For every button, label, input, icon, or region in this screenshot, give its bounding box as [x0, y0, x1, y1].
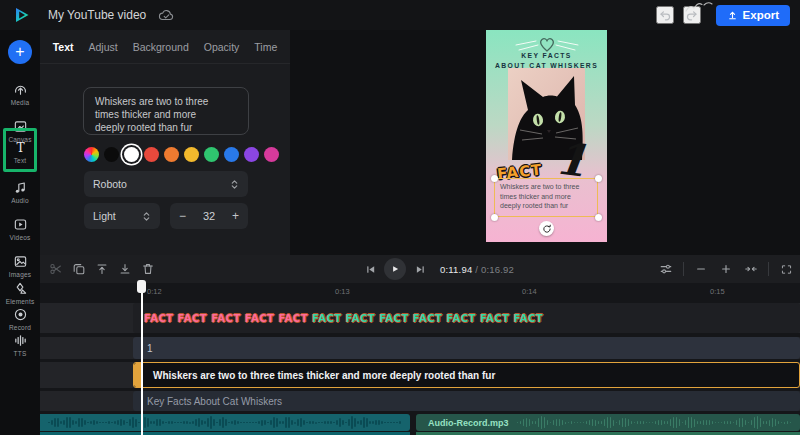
color-swatch[interactable]	[164, 147, 179, 162]
clip-number-text[interactable]: 1	[133, 337, 800, 359]
color-swatch[interactable]	[224, 147, 239, 162]
waveform-bar	[360, 420, 362, 425]
clip-title-text[interactable]: Key Facts About Cat Whiskers	[133, 391, 800, 411]
minus-icon	[695, 263, 707, 275]
font-size-decrease-button[interactable]: −	[179, 209, 186, 223]
waveform-bar	[384, 422, 386, 424]
waveform-bar	[604, 419, 606, 427]
timeline-ruler[interactable]: 0:12 0:13 0:14 0:15	[40, 283, 800, 301]
waveform-bar	[252, 422, 254, 424]
color-swatch[interactable]	[124, 147, 139, 162]
waveform-bar	[354, 418, 356, 427]
split-button[interactable]	[48, 261, 64, 277]
playhead-handle[interactable]	[137, 280, 146, 293]
color-swatch[interactable]	[184, 147, 199, 162]
color-swatch[interactable]	[244, 147, 259, 162]
font-size-increase-button[interactable]: +	[232, 209, 239, 223]
transport-controls: 0:11.94 / 0:16.92	[362, 255, 514, 283]
move-up-button[interactable]	[94, 261, 110, 277]
fullscreen-button[interactable]	[778, 261, 794, 277]
font-select[interactable]: Roboto	[84, 171, 248, 197]
text-content-input[interactable]: Whiskers are two to three times thicker …	[83, 87, 249, 135]
waveform-bar	[517, 422, 519, 424]
preview-title-line1: KEY FACTS	[486, 52, 607, 59]
sidebar-item-media[interactable]: Media	[0, 82, 40, 106]
waveform-bar	[357, 421, 359, 423]
sidebar-item-record[interactable]: Record	[0, 307, 40, 331]
waveform-bar	[279, 421, 281, 424]
tab-time[interactable]: Time	[254, 41, 277, 53]
music-note-icon	[13, 180, 28, 195]
resize-handle-top-left[interactable]	[491, 175, 498, 182]
text-selection-box[interactable]: Whiskers are two to three times thicker …	[494, 178, 598, 217]
tab-adjust[interactable]: Adjust	[89, 41, 118, 53]
waveform-bar	[754, 417, 756, 427]
zoom-in-button[interactable]	[718, 261, 734, 277]
waveform-bar	[399, 421, 401, 423]
project-title[interactable]: My YouTube video	[48, 8, 146, 22]
top-bar: My YouTube video Export	[0, 0, 800, 30]
play-icon	[390, 264, 400, 274]
text-properties-panel: Text Adjust Background Opacity Time Whis…	[40, 30, 290, 255]
waveform-bar	[231, 421, 233, 424]
resize-handle-bottom-right[interactable]	[595, 214, 602, 221]
tab-background[interactable]: Background	[133, 41, 189, 53]
color-swatch[interactable]	[144, 147, 159, 162]
add-media-button[interactable]: +	[8, 40, 32, 64]
audio-waveform	[48, 414, 410, 431]
waveform-bar	[144, 417, 146, 429]
waveform-bar	[135, 419, 137, 427]
export-button[interactable]: Export	[716, 5, 790, 26]
sidebar-item-images[interactable]: Images	[0, 254, 40, 278]
tab-opacity[interactable]: Opacity	[204, 41, 240, 53]
waveform-bar	[637, 421, 639, 424]
waveform-bar	[577, 422, 579, 424]
delete-button[interactable]	[140, 261, 156, 277]
waveform-bar	[616, 422, 618, 424]
waveform-bar	[580, 422, 582, 424]
zoom-out-button[interactable]	[693, 261, 709, 277]
waveform-bar	[333, 422, 335, 424]
skip-to-end-button[interactable]	[412, 261, 428, 277]
waveform-bar	[183, 421, 185, 424]
fact-strip-word: FACT	[211, 313, 241, 324]
waveform-bar	[63, 420, 65, 425]
video-canvas[interactable]: KEY FACTS ABOUT CAT WHISKERS FACT 1 Whis…	[486, 30, 607, 242]
resize-handle-top-right[interactable]	[595, 175, 602, 182]
color-swatch[interactable]	[264, 147, 279, 162]
fact-number-text[interactable]: 1	[553, 136, 589, 183]
waveform-bar	[694, 419, 696, 427]
sidebar-item-elements[interactable]: Elements	[0, 281, 40, 305]
duplicate-button[interactable]	[71, 261, 87, 277]
waveform-bar	[387, 422, 389, 424]
waveform-bar	[595, 420, 597, 426]
track-settings-button[interactable]	[658, 261, 674, 277]
rotate-handle[interactable]	[539, 221, 554, 236]
undo-button[interactable]	[656, 6, 674, 24]
overlay-text[interactable]: Whiskers are two to three times thicker …	[500, 182, 579, 211]
resize-handle-bottom-left[interactable]	[491, 214, 498, 221]
clip-fact-text[interactable]: FACTFACTFACTFACTFACTFACTFACTFACTFACTFACT…	[133, 303, 800, 333]
app-logo-icon[interactable]	[12, 5, 32, 25]
color-wheel-swatch[interactable]	[84, 147, 99, 162]
color-swatch[interactable]	[204, 147, 219, 162]
waveform-bar	[207, 418, 209, 428]
move-down-button[interactable]	[117, 261, 133, 277]
play-button[interactable]	[384, 258, 406, 280]
sidebar-item-videos[interactable]: Videos	[0, 217, 40, 241]
sidebar-item-audio[interactable]: Audio	[0, 180, 40, 204]
tab-text[interactable]: Text	[53, 41, 74, 53]
color-swatch[interactable]	[104, 147, 119, 162]
waveform-bar	[715, 422, 717, 424]
waveform-bar	[375, 420, 377, 426]
waveform-bar	[300, 418, 302, 426]
font-weight-select[interactable]: Light	[84, 203, 160, 229]
clip-audio-record[interactable]: Audio-Record.mp3	[416, 414, 800, 431]
waveform-bar	[769, 420, 771, 426]
skip-to-start-button[interactable]	[362, 261, 378, 277]
clip-whiskers-text-selected[interactable]: Whiskers are two to three times thicker …	[133, 362, 800, 388]
zoom-to-fit-button[interactable]	[743, 261, 759, 277]
clip-audio-voiceover[interactable]	[40, 414, 410, 431]
sidebar-item-tts[interactable]: TTS	[0, 333, 40, 357]
waveform-bar	[718, 422, 720, 424]
